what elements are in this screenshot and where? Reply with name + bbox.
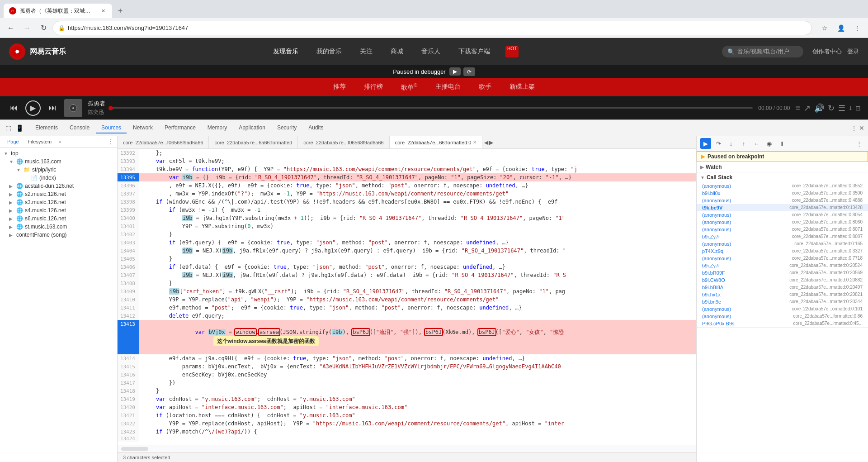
tab-application[interactable]: Application (233, 123, 271, 133)
tree-item-stmusic[interactable]: ▶ 🌐 st.music.163.com (0, 223, 117, 231)
debug-step-btn[interactable]: ⟳ (463, 67, 475, 76)
callstack-section-header[interactable]: ▼ Call Stack (697, 172, 868, 182)
nav-my-music[interactable]: 我的音乐 (313, 46, 345, 57)
tab-nav-left[interactable]: ◀ (484, 139, 488, 146)
tree-item-top[interactable]: ▼ top (0, 149, 117, 157)
code-editor-scrollbar[interactable] (118, 445, 696, 452)
subnav-singers[interactable]: 歌手 (479, 81, 491, 93)
next-button[interactable]: ⏭ (46, 102, 59, 114)
tab-performance[interactable]: Performance (159, 123, 201, 133)
code-editor[interactable]: 13392 }; 13393 var cxF5l = t9k.he9V; 133… (118, 149, 696, 445)
callstack-item-5[interactable]: (anonymous) core_22dabaa57e...rmatted:0:… (697, 219, 868, 226)
tab-console[interactable]: Console (64, 123, 95, 133)
debug-resume-btn[interactable]: ▶ (449, 67, 461, 76)
back-button[interactable]: ← (4, 21, 18, 35)
tree-item-music163[interactable]: ▼ 🌐 music.163.com (0, 157, 117, 166)
tab-elements[interactable]: Elements (30, 123, 63, 133)
play-pause-button[interactable]: ▶ (25, 100, 41, 116)
nav-store[interactable]: 商城 (387, 46, 407, 57)
bookmark-button[interactable]: ☆ (817, 21, 832, 35)
step-into-button[interactable]: ↓ (726, 138, 736, 149)
callstack-item-9[interactable]: pT4X.z9q core_22dabaa57e...rmatted:0:332… (697, 248, 868, 255)
subnav-recommend[interactable]: 推荐 (333, 81, 346, 93)
devtools-close-icon[interactable]: ✕ (859, 124, 864, 132)
code-tab-2[interactable]: core_22dabaa57e...6a66:formatted (209, 136, 298, 149)
callstack-item-4[interactable]: (anonymous) core_22dabaa57e...rmatted:0:… (697, 211, 868, 219)
nav-musician[interactable]: 音乐人 (418, 46, 444, 57)
callstack-item-12[interactable]: b9i.bR09F core_22dabaa57e...rmatted:0:20… (697, 269, 868, 276)
callstack-item-3[interactable]: t9k.be9V core_22dabaa57e...rmatted:0:134… (697, 204, 868, 211)
callstack-item-8[interactable]: (anonymous) core_22dabaa57e...rmatted:0:… (697, 240, 868, 248)
prev-button[interactable]: ⏮ (7, 102, 20, 114)
code-tab-1[interactable]: core_22dabaa57e...f06568f9ad6a66 (118, 136, 209, 149)
profile-button[interactable]: 👤 (834, 21, 848, 35)
subnav-new-albums[interactable]: 新碟上架 (509, 81, 535, 93)
sidebar-more-chevron[interactable]: » (57, 138, 63, 145)
tab-close-btn[interactable]: ✕ (100, 7, 107, 14)
tree-item-contentframe[interactable]: ▶ contentFrame (song) (0, 231, 117, 239)
callstack-item-15[interactable]: b9i.hx1x core_22dabaa57e...rmatted:0:208… (697, 291, 868, 298)
callstack-item-11[interactable]: b9i.Zy7r core_22dabaa57e...rmatted:0:205… (697, 262, 868, 269)
nav-follow[interactable]: 关注 (356, 46, 376, 57)
callstack-item-7[interactable]: b9i.Zy7r core_22dabaa57e...rmatted:0:808… (697, 233, 868, 240)
sidebar-tab-filesystem[interactable]: Filesystem (24, 138, 56, 145)
nav-download[interactable]: 下载客户端 (455, 46, 494, 57)
tab-sources[interactable]: Sources (96, 123, 127, 133)
code-tab-4-close[interactable]: ✕ (473, 140, 476, 145)
sidebar-options-btn[interactable]: ⋮ (107, 138, 113, 145)
sidebar-tab-page[interactable]: Page (4, 138, 23, 145)
tree-item-index[interactable]: 📄 (index) (0, 174, 117, 182)
devtools-device-icon[interactable]: 📱 (14, 123, 25, 133)
step-back-button[interactable]: ← (751, 138, 762, 149)
watch-section-header[interactable]: ▶ Watch (697, 162, 868, 172)
forward-button[interactable]: → (20, 21, 34, 35)
tree-item-acstatic[interactable]: ▶ 🌐 acstatic-dun.126.net (0, 182, 117, 190)
code-tab-4[interactable]: core_22dabaa57e...66:formatted:0 ✕ (390, 136, 483, 149)
callstack-item-10[interactable]: (anonymous) core_22dabaa57e...rmatted:0:… (697, 255, 868, 262)
callstack-item-17[interactable]: (anonymous) core_22dabaa57e...ormatted:0… (697, 305, 868, 313)
subnav-playlists[interactable]: 歌单® (401, 80, 418, 94)
tree-item-s2[interactable]: ▶ 🌐 s2.music.126.net (0, 190, 117, 198)
music-search[interactable]: 🔍 音乐/视频/电台/用户 (722, 46, 803, 57)
callstack-item-6[interactable]: (anonymous) core_22dabaa57e...rmatted:0:… (697, 226, 868, 233)
progress-container[interactable] (111, 107, 753, 109)
resume-button[interactable]: ▶ (700, 138, 711, 149)
horizontal-scrollbar-thumb[interactable] (121, 447, 148, 451)
step-out-button[interactable]: ↑ (738, 138, 749, 149)
tree-item-s4[interactable]: ▶ 🌐 s4.music.126.net (0, 206, 117, 214)
volume-icon[interactable]: 🔊 (814, 103, 824, 113)
devtools-inspect-icon[interactable]: ⬚ (4, 123, 13, 133)
tab-network[interactable]: Network (127, 123, 158, 133)
playlist-icon[interactable]: ≡ (795, 103, 800, 113)
tree-item-s3[interactable]: ▶ 🌐 s3.music.126.net (0, 198, 117, 206)
callstack-item-0[interactable]: (anonymous) core_22dabaa57e...rmatted:0:… (697, 182, 868, 190)
callstack-item-16[interactable]: b9i.bn9e core_22dabaa57e...rmatted:0:203… (697, 298, 868, 305)
tab-nav-right[interactable]: ▶ (489, 139, 493, 146)
tab-audits[interactable]: Audits (303, 123, 329, 133)
code-tab-3[interactable]: core_22dabaa57e...f06568f9ad6a66 (298, 136, 389, 149)
progress-track[interactable] (111, 107, 753, 109)
new-tab-button[interactable]: + (114, 5, 127, 17)
share-icon[interactable]: ↗ (804, 103, 811, 113)
callstack-item-19[interactable]: P9G.cP0x.B9s core_22dabaa57e...rmatted:0… (697, 320, 868, 327)
devtools-more-icon[interactable]: ⋮ (851, 124, 857, 132)
pause-on-exceptions-button[interactable]: ⏸ (776, 138, 787, 149)
tab-security[interactable]: Security (272, 123, 302, 133)
callstack-item-18[interactable]: (anonymous) core_22dabaa57e...formatted:… (697, 313, 868, 320)
deactivate-breakpoints-button[interactable]: ◉ (764, 138, 774, 149)
callstack-item-2[interactable]: (anonymous) core_22dabaa57e...rmatted:0:… (697, 197, 868, 204)
tree-item-stpip[interactable]: ▼ 📁 st/pip/lyric (0, 166, 117, 174)
expand-icon[interactable]: ⊡ (855, 105, 861, 112)
list-icon[interactable]: ☰ (838, 103, 845, 113)
nav-discover[interactable]: 发现音乐 (269, 46, 302, 57)
more-options-button[interactable]: ⋮ (854, 138, 864, 149)
step-over-button[interactable]: ↷ (713, 138, 724, 149)
login-link[interactable]: 登录 (847, 48, 859, 56)
callstack-item-14[interactable]: b9i.bBl8A core_22dabaa57e...rmatted:0:20… (697, 284, 868, 291)
browser-tab[interactable]: C 孤勇者（《英雄联盟：双城之战》 ✕ (4, 4, 112, 18)
loop-icon[interactable]: ↻ (828, 103, 835, 113)
tree-item-s6[interactable]: ▶ 🌐 s6.music.126.net (0, 214, 117, 223)
creator-center-link[interactable]: 创作者中心 (812, 48, 842, 56)
callstack-item-1[interactable]: b9i.bll0x core_22dabaa57e...rmatted:0:35… (697, 190, 868, 197)
menu-button[interactable]: ⋮ (850, 21, 864, 35)
